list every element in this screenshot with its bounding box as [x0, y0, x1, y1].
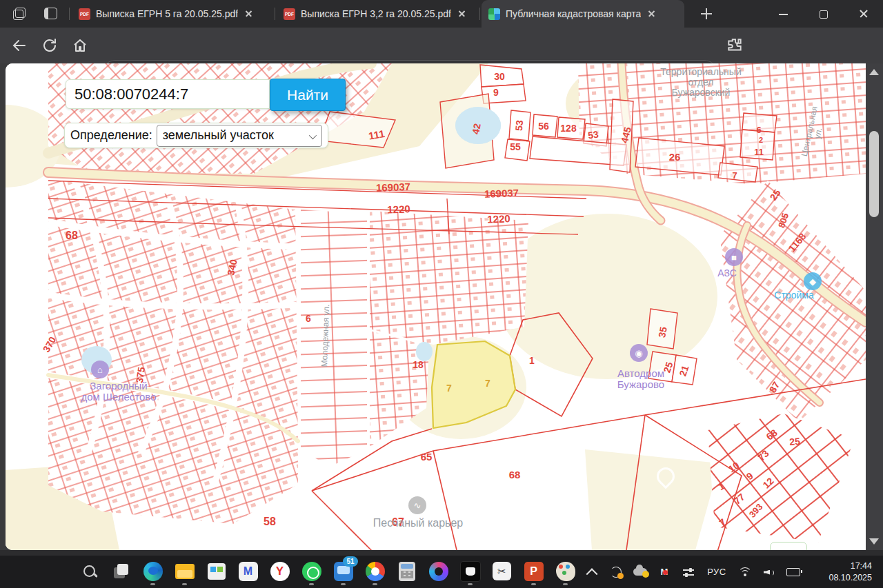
mail-m-icon: M: [239, 562, 258, 581]
volume-icon[interactable]: [762, 565, 776, 579]
page-scrollbar[interactable]: [866, 63, 883, 550]
mail-m-taskbar-icon[interactable]: M: [235, 558, 261, 585]
window-maximize-button[interactable]: [818, 8, 829, 19]
autodrome-icon: ◉: [630, 344, 648, 362]
tab-title: Публичная кадастровая карта: [506, 8, 641, 19]
paint-taskbar-icon[interactable]: [552, 558, 579, 585]
snipping-icon: ✂: [493, 562, 511, 580]
definition-row: Определение: земельный участок: [64, 123, 328, 148]
m-notification-icon[interactable]: M: [657, 565, 671, 579]
browser-tab[interactable]: Публичная кадастровая карта: [482, 0, 684, 28]
calculator-icon: [399, 562, 415, 581]
pdf-file-icon: PDF: [284, 8, 295, 20]
browser-tab[interactable]: PDFВыписка ЕГРН 5 га 20.05.25.pdf: [72, 0, 275, 28]
snipping-taskbar-icon[interactable]: ✂: [488, 558, 515, 585]
yandex-icon: Y: [270, 562, 290, 581]
start-icon: [49, 562, 67, 580]
tray-overflow-chevron-icon[interactable]: [585, 565, 599, 579]
clock-date: 08.10.2025: [829, 572, 872, 584]
tab-title: Выписка ЕГРН 5 га 20.05.25.pdf: [96, 8, 238, 19]
wifi-icon[interactable]: [738, 565, 752, 579]
find-button[interactable]: Найти: [270, 79, 346, 111]
tab-close-icon[interactable]: [244, 8, 255, 19]
browser-tab[interactable]: PDFВыписка ЕГРН 3,2 га 20.05.25.pdf: [277, 0, 479, 28]
window-minimize-button[interactable]: [778, 8, 789, 19]
edge-taskbar-icon[interactable]: [139, 558, 166, 585]
chat-taskbar-icon[interactable]: 51: [330, 558, 357, 585]
scrollbar-thumb[interactable]: [869, 131, 879, 217]
tab-close-icon[interactable]: [457, 8, 468, 19]
game-icon: [460, 561, 481, 582]
taskbar-clock[interactable]: 17:44 08.10.2025: [829, 560, 872, 584]
whatsapp-taskbar-icon[interactable]: [298, 558, 325, 585]
paint-icon: [556, 562, 575, 581]
browser-address-bar: https://lk1map.roscadasters.com/map ☆ ☆₌: [0, 28, 883, 63]
scroll-up-arrow[interactable]: [869, 69, 879, 75]
chrome-icon: [366, 562, 385, 581]
tab-close-icon[interactable]: [646, 8, 657, 19]
scroll-down-arrow[interactable]: [869, 538, 879, 545]
office-icon: [429, 562, 448, 581]
tab-divider: [69, 8, 70, 20]
unread-badge: 51: [343, 556, 358, 567]
fuel-station-icon: ■: [725, 248, 743, 266]
yandex-taskbar-icon[interactable]: Y: [266, 558, 293, 585]
whatsapp-icon: [302, 562, 321, 581]
cadastral-map-page: 6834037037511130942535556128534452662117…: [6, 63, 866, 550]
new-tab-button[interactable]: [700, 7, 713, 21]
refresh-icon[interactable]: [41, 37, 58, 54]
store-icon: [208, 563, 226, 580]
sync-status-icon[interactable]: [609, 565, 623, 579]
pdf-file-icon: PDF: [79, 8, 90, 20]
search-icon: [81, 563, 98, 580]
task-view-taskbar-icon[interactable]: [108, 558, 135, 585]
definition-select[interactable]: земельный участок: [157, 125, 322, 147]
tab-divider: [479, 8, 480, 20]
explorer-icon: [175, 564, 195, 579]
definition-label: Определение:: [70, 128, 152, 143]
game-taskbar-icon[interactable]: [457, 558, 484, 585]
tab-search-icon[interactable]: [12, 6, 28, 21]
windows-taskbar: MY51✂P M РУС 17:44 08.10.2025: [0, 556, 883, 588]
window-bottom-edge: [0, 550, 883, 556]
tab-divider: [275, 8, 275, 20]
start-taskbar-icon[interactable]: [44, 558, 71, 585]
powerpoint-icon: P: [524, 562, 544, 581]
quick-settings-icon[interactable]: [682, 565, 695, 579]
map-zoom-control[interactable]: [770, 542, 807, 550]
home-icon[interactable]: [72, 37, 88, 54]
extensions-icon[interactable]: [726, 37, 744, 54]
back-icon[interactable]: [11, 37, 28, 54]
definition-value: земельный участок: [163, 128, 274, 143]
edge-icon: [143, 562, 163, 581]
construction-icon: ◆: [804, 272, 822, 290]
map-site-icon: [488, 8, 500, 20]
battery-icon[interactable]: [786, 565, 800, 579]
onedrive-cloud-icon[interactable]: [633, 565, 647, 579]
quarry-icon: ∿: [408, 496, 426, 514]
task-view-icon: [113, 563, 130, 580]
tab-title: Выписка ЕГРН 3,2 га 20.05.25.pdf: [301, 8, 451, 19]
cadastral-number-input[interactable]: [66, 79, 270, 109]
explorer-taskbar-icon[interactable]: [171, 558, 198, 585]
store-taskbar-icon[interactable]: [203, 558, 230, 585]
powerpoint-taskbar-icon[interactable]: P: [520, 558, 547, 585]
system-tray: M РУС: [585, 558, 800, 586]
vertical-tabs-icon[interactable]: [44, 8, 57, 19]
window-close-button[interactable]: [858, 8, 869, 19]
search-taskbar-icon[interactable]: [76, 558, 103, 585]
country-house-icon: ⌂: [91, 361, 109, 378]
taskbar-apps: MY51✂P: [44, 558, 579, 585]
office-taskbar-icon[interactable]: [425, 558, 452, 585]
browser-tab-bar: PDFВыписка ЕГРН 5 га 20.05.25.pdfPDFВыпи…: [0, 0, 883, 28]
calculator-taskbar-icon[interactable]: [393, 558, 420, 585]
chrome-taskbar-icon[interactable]: [361, 558, 388, 585]
language-indicator[interactable]: РУС: [706, 565, 728, 579]
clock-time: 17:44: [829, 560, 872, 572]
